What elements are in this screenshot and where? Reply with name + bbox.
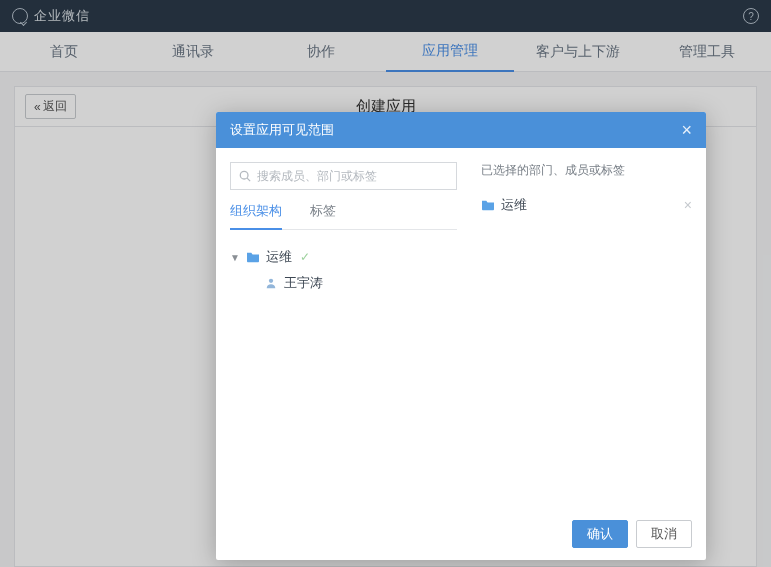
selected-title: 已选择的部门、成员或标签 [481, 162, 692, 179]
tree-node-member[interactable]: 王宇涛 [230, 270, 457, 296]
tree-node-root[interactable]: ▼ 运维 ✓ [230, 244, 457, 270]
org-tree: ▼ 运维 ✓ 王宇涛 [230, 244, 457, 296]
chevron-left-icon: « [34, 100, 41, 114]
modal-body: 组织架构 标签 ▼ 运维 ✓ 王宇涛 [216, 148, 706, 508]
modal-header: 设置应用可见范围 × [216, 112, 706, 148]
selected-item: 运维 × [481, 193, 692, 217]
brand-name: 企业微信 [34, 7, 90, 25]
search-box[interactable] [230, 162, 457, 190]
top-bar: 企业微信 ? [0, 0, 771, 32]
subtab-org[interactable]: 组织架构 [230, 202, 282, 230]
modal-subtabs: 组织架构 标签 [230, 202, 457, 230]
help-icon[interactable]: ? [743, 8, 759, 24]
svg-point-2 [269, 279, 273, 283]
main-nav: 首页 通讯录 协作 应用管理 客户与上下游 管理工具 [0, 32, 771, 72]
folder-icon [246, 251, 260, 263]
cancel-button[interactable]: 取消 [636, 520, 692, 548]
panel-right: 已选择的部门、成员或标签 运维 × [471, 148, 706, 508]
nav-tab-customers[interactable]: 客户与上下游 [514, 32, 643, 71]
search-icon [239, 170, 251, 182]
selected-item-label: 运维 [501, 196, 527, 214]
nav-tab-apps[interactable]: 应用管理 [386, 32, 515, 72]
remove-icon[interactable]: × [684, 197, 692, 213]
tree-node-label: 运维 [266, 248, 292, 266]
modal-title: 设置应用可见范围 [230, 121, 334, 139]
back-button[interactable]: « 返回 [25, 94, 76, 119]
panel-left: 组织架构 标签 ▼ 运维 ✓ 王宇涛 [216, 148, 471, 508]
folder-icon [481, 199, 495, 211]
confirm-button[interactable]: 确认 [572, 520, 628, 548]
brand-area[interactable]: 企业微信 [12, 7, 90, 25]
nav-tab-admin-tools[interactable]: 管理工具 [643, 32, 772, 71]
nav-tab-contacts[interactable]: 通讯录 [129, 32, 258, 71]
back-button-label: 返回 [43, 98, 67, 115]
svg-line-1 [247, 178, 250, 181]
check-icon: ✓ [300, 250, 310, 264]
svg-point-0 [240, 171, 248, 179]
search-input[interactable] [257, 169, 448, 183]
close-icon[interactable]: × [681, 121, 692, 139]
subtab-tags[interactable]: 标签 [310, 202, 336, 229]
modal-footer: 确认 取消 [216, 508, 706, 560]
tree-node-label: 王宇涛 [284, 274, 323, 292]
nav-tab-collab[interactable]: 协作 [257, 32, 386, 71]
chevron-down-icon: ▼ [230, 252, 240, 263]
visibility-modal: 设置应用可见范围 × 组织架构 标签 ▼ 运维 ✓ [216, 112, 706, 560]
person-icon [264, 277, 278, 289]
brand-logo-icon [12, 8, 28, 24]
nav-tab-home[interactable]: 首页 [0, 32, 129, 71]
